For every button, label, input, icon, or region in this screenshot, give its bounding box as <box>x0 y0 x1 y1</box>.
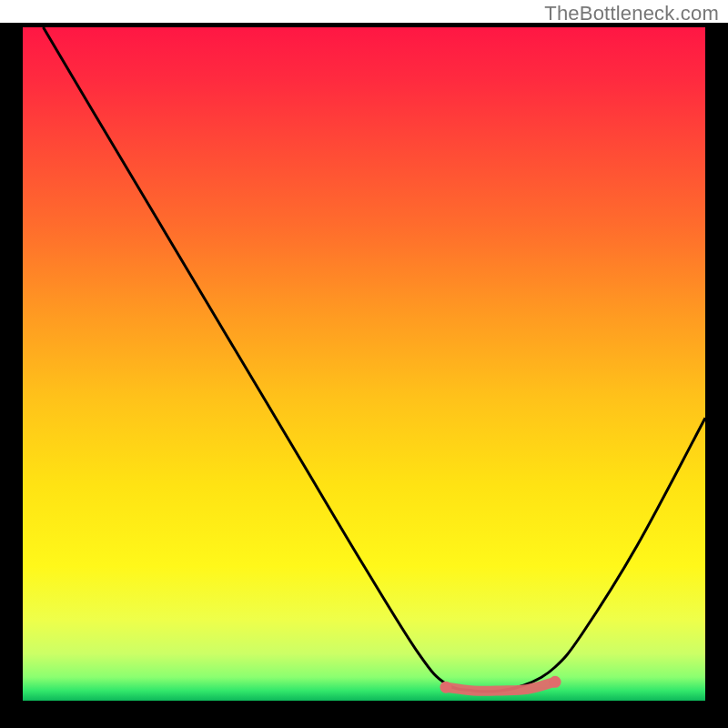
svg-point-1 <box>440 682 452 693</box>
watermark-text: TheBottleneck.com <box>544 2 719 25</box>
svg-point-2 <box>550 676 561 688</box>
chart-container: TheBottleneck.com <box>0 0 728 728</box>
bottleneck-chart <box>0 0 728 728</box>
